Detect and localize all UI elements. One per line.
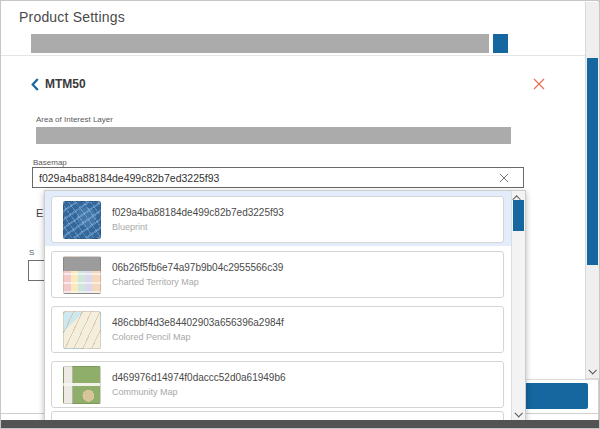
basemap-option-name: Blueprint — [112, 223, 284, 232]
page-scrollbar-thumb[interactable] — [587, 58, 598, 265]
basemap-option[interactable]: 486cbbf4d3e84402903a656396a2984f Colored… — [51, 306, 504, 353]
basemap-option[interactable]: f029a4ba88184de499c82b7ed3225f93 Bluepri… — [51, 196, 504, 243]
basemap-thumbnail — [63, 366, 101, 404]
scroll-down-icon[interactable] — [514, 409, 522, 417]
basemap-option-row: 486cbbf4d3e84402903a656396a2984f Colored… — [45, 301, 511, 356]
basemap-option-text: 486cbbf4d3e84402903a656396a2984f Colored… — [112, 318, 284, 342]
basemap-input[interactable]: f029a4ba88184de499c82b7ed3225f93 — [32, 167, 524, 188]
basemap-option-id: 06b26f5fb6e74a97b9b04c2955566c39 — [112, 263, 283, 273]
basemap-option-row: 06b26f5fb6e74a97b9b04c2955566c39 Charted… — [45, 246, 511, 301]
basemap-option-name: Community Map — [112, 388, 286, 397]
basemap-thumbnail — [63, 311, 101, 349]
clipped-field-label-e: E — [36, 207, 43, 219]
clipped-field-label-s: S — [29, 248, 34, 257]
clear-input-icon[interactable] — [499, 173, 509, 183]
scroll-down-icon[interactable] — [588, 366, 596, 374]
basemap-option-row: f029a4ba88184de499c82b7ed3225f93 Bluepri… — [45, 191, 511, 246]
basemap-dropdown: f029a4ba88184de499c82b7ed3225f93 Bluepri… — [44, 190, 526, 429]
primary-action-button[interactable] — [524, 383, 588, 409]
basemap-option-id: 486cbbf4d3e84402903a656396a2984f — [112, 318, 284, 328]
clipped-input-box[interactable] — [28, 260, 45, 281]
header-accent-square — [493, 34, 508, 53]
back-button[interactable]: MTM50 — [31, 77, 86, 91]
basemap-dropdown-list: f029a4ba88184de499c82b7ed3225f93 Bluepri… — [45, 191, 511, 429]
redacted-header-bar — [31, 34, 489, 53]
basemap-option-id: d469976d14974f0daccc52d0a61949b6 — [112, 373, 286, 383]
basemap-option-text: d469976d14974f0daccc52d0a61949b6 Communi… — [112, 373, 286, 397]
aoi-field-redacted-value[interactable] — [36, 127, 511, 144]
panel-title: MTM50 — [45, 77, 86, 91]
basemap-option-id: f029a4ba88184de499c82b7ed3225f93 — [112, 208, 284, 218]
close-icon[interactable] — [531, 76, 546, 91]
aoi-field-label: Area of Interest Layer — [36, 115, 113, 124]
basemap-option-name: Colored Pencil Map — [112, 333, 284, 342]
page-title: Product Settings — [19, 9, 125, 25]
basemap-input-value: f029a4ba88184de499c82b7ed3225f93 — [39, 172, 499, 184]
basemap-option[interactable]: d469976d14974f0daccc52d0a61949b6 Communi… — [51, 361, 504, 408]
basemap-thumbnail — [63, 256, 101, 294]
basemap-option-name: Charted Territory Map — [112, 278, 283, 287]
basemap-thumbnail — [63, 201, 101, 239]
product-settings-page: Product Settings MTM50 Area of Interest … — [0, 0, 600, 429]
page-scrollbar[interactable] — [585, 2, 599, 379]
basemap-field-label: Basemap — [33, 158, 67, 167]
basemap-option[interactable]: 06b26f5fb6e74a97b9b04c2955566c39 Charted… — [51, 251, 504, 298]
header-divider — [1, 55, 599, 56]
window-bottom-edge — [1, 420, 599, 429]
basemap-option-text: f029a4ba88184de499c82b7ed3225f93 Bluepri… — [112, 208, 284, 232]
basemap-option-text: 06b26f5fb6e74a97b9b04c2955566c39 Charted… — [112, 263, 283, 287]
dropdown-scrollbar[interactable] — [511, 191, 525, 429]
dropdown-scrollbar-thumb[interactable] — [513, 200, 524, 231]
chevron-left-icon — [31, 78, 39, 91]
basemap-option-row: d469976d14974f0daccc52d0a61949b6 Communi… — [45, 356, 511, 411]
